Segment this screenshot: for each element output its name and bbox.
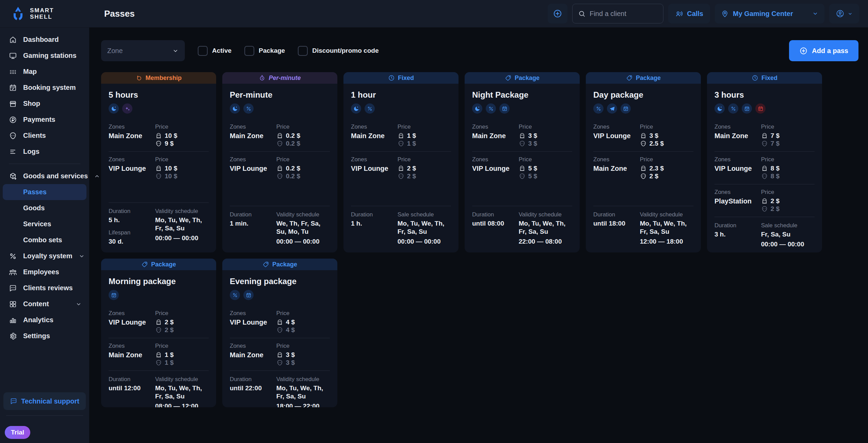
zone-col: Zones VIP Lounge [230, 310, 276, 334]
people-icon [9, 268, 17, 276]
guest-price: 2 $ [155, 318, 209, 326]
zone-col: Zones Main Zone [714, 123, 761, 147]
schedule-time: 18:00 — 22:00 [276, 402, 330, 407]
pass-card-per-minute[interactable]: Per-minute Per-minute Zones Main Zone Pr… [222, 72, 337, 252]
sidebar-item-label: Logs [23, 148, 39, 155]
sidebar-item-loyalty-system[interactable]: Loyalty system [3, 248, 86, 264]
technical-support-button[interactable]: Technical support [3, 392, 86, 410]
sidebar-item-payments[interactable]: Payments [3, 112, 86, 128]
zones-label: Zones [109, 156, 155, 163]
sidebar-item-logs[interactable]: Logs [3, 144, 86, 160]
percent-feature-icon [728, 103, 738, 114]
zone-col: Zones VIP Lounge [472, 156, 519, 180]
sidebar-item-passes[interactable]: Passes [3, 184, 86, 200]
price-label: Price [276, 310, 330, 317]
pass-card-5-hours[interactable]: Membership 5 hours Zones Main Zone Price… [101, 72, 216, 252]
zone-col: Zones Main Zone [109, 342, 155, 366]
account-menu-button[interactable] [829, 4, 859, 23]
shop-icon [9, 100, 17, 108]
clock-icon [752, 75, 758, 81]
zone-col: Zones VIP Lounge [109, 310, 155, 334]
pass-card-day-package[interactable]: Package Day package Zones VIP Lounge Pri… [586, 72, 701, 252]
duration-value: until 08:00 [472, 219, 519, 228]
moon-feature-icon [109, 103, 119, 114]
gaming-center-select[interactable]: My Gaming Center [715, 4, 824, 23]
duration-label: Duration [593, 211, 640, 218]
alien-icon [155, 327, 162, 333]
duration-col: Duration 1 h. [351, 211, 398, 246]
price-label: Price [276, 123, 330, 130]
schedule-time: 22:00 — 08:00 [519, 237, 572, 246]
zone-name: Main Zone [109, 132, 155, 140]
zone-name: VIP Lounge [351, 164, 398, 173]
calendar-feature-icon [499, 103, 510, 114]
sidebar-item-label: Employees [23, 268, 59, 276]
pass-card-3-hours[interactable]: Fixed 3 hours Zones Main Zone Price 7 $ … [707, 72, 822, 252]
sidebar-item-booking-system[interactable]: Booking system [3, 80, 86, 96]
add-pass-button[interactable]: Add a pass [789, 40, 858, 61]
pass-card-evening-package[interactable]: Package Evening package Zones VIP Lounge… [222, 259, 337, 407]
filter-active[interactable]: Active [198, 46, 231, 56]
client-search[interactable] [572, 4, 663, 23]
alien-icon [640, 173, 647, 180]
sidebar-item-employees[interactable]: Employees [3, 264, 86, 280]
filter-discount-promo[interactable]: Discount/promo code [298, 46, 379, 56]
checkbox[interactable] [198, 46, 208, 56]
checkbox[interactable] [244, 46, 254, 56]
zone-section: Zones VIP Lounge Price 2 $ 2 $ [109, 306, 209, 338]
sidebar-item-gaming-stations[interactable]: Gaming stations [3, 48, 86, 64]
schedule-col: Validity schedule Mo, Tu, We, Th, Fr, Sa… [519, 211, 572, 246]
sidebar-item-dashboard[interactable]: Dashboard [3, 32, 86, 48]
pass-feature-icons [109, 290, 209, 300]
ghost-icon [761, 165, 768, 172]
location-pin-icon [721, 10, 729, 18]
zone-name: Main Zone [351, 132, 398, 140]
client-price: 7 $ [761, 140, 815, 147]
guest-price: 10 $ [155, 164, 209, 172]
ghost-icon [640, 132, 647, 139]
client-price: 3 $ [519, 140, 572, 147]
pass-card-morning-package[interactable]: Package Morning package Zones VIP Lounge… [101, 259, 216, 407]
schedule-days: Mo, Tu, We, Th, Fr, Sa, Su [398, 219, 451, 236]
sidebar-item-goods[interactable]: Goods [3, 200, 86, 216]
pass-card-1-hour[interactable]: Fixed 1 hour Zones Main Zone Price 1 $ 1… [343, 72, 459, 252]
search-input[interactable] [590, 10, 658, 18]
sidebar-item-services[interactable]: Services [3, 216, 86, 232]
pass-card-night-package[interactable]: Package Night Package Zones Main Zone Pr… [465, 72, 580, 252]
pass-card-body: 1 hour Zones Main Zone Price 1 $ 1 $ Zon… [343, 84, 459, 252]
alien-icon [276, 140, 283, 147]
calls-button[interactable]: Calls [668, 4, 710, 23]
schedule-time: 08:00 — 12:00 [155, 402, 209, 407]
sidebar-item-clients[interactable]: Clients [3, 128, 86, 144]
pass-type-label: Package [272, 261, 297, 268]
zone-filter-select[interactable]: Zone [101, 40, 185, 61]
pass-card-body: Morning package Zones VIP Lounge Price 2… [101, 270, 216, 407]
client-price: 2 $ [398, 172, 451, 180]
duration-col: Duration 3 h. [714, 222, 761, 248]
guest-price: 3 $ [519, 132, 572, 140]
zone-section: Zones VIP Lounge Price 8 $ 8 $ [714, 151, 815, 184]
percent-feature-icon [486, 103, 496, 114]
sidebar-item-clients-reviews[interactable]: Clients reviews [3, 280, 86, 296]
zone-section: Zones VIP Lounge Price 10 $ 10 $ [109, 151, 209, 184]
zones-label: Zones [714, 156, 761, 163]
sidebar-item-combo-sets[interactable]: Combo sets [3, 232, 86, 248]
sidebar-item-content[interactable]: Content [3, 296, 86, 312]
schedule-label: Validity schedule [155, 376, 209, 383]
filter-package[interactable]: Package [244, 46, 285, 56]
sidebar-item-analytics[interactable]: Analytics [3, 312, 86, 328]
pass-type-badge: Per-minute [222, 72, 337, 84]
sidebar-item-goods-and-services[interactable]: Goods and services [3, 168, 86, 184]
checkbox[interactable] [298, 46, 308, 56]
chevron-down-icon [812, 11, 818, 17]
sidebar-item-settings[interactable]: Settings [3, 328, 86, 344]
zone-section: Zones Main Zone Price 7 $ 7 $ [714, 119, 815, 151]
pass-card-title: 5 hours [109, 91, 209, 99]
ghost-icon [276, 351, 283, 358]
quick-add-button[interactable] [548, 4, 567, 23]
pass-type-label: Fixed [398, 75, 414, 82]
sidebar-item-map[interactable]: Map [3, 64, 86, 80]
chevron-up-icon [94, 173, 100, 179]
price-label: Price [761, 188, 815, 196]
sidebar-item-shop[interactable]: Shop [3, 96, 86, 112]
